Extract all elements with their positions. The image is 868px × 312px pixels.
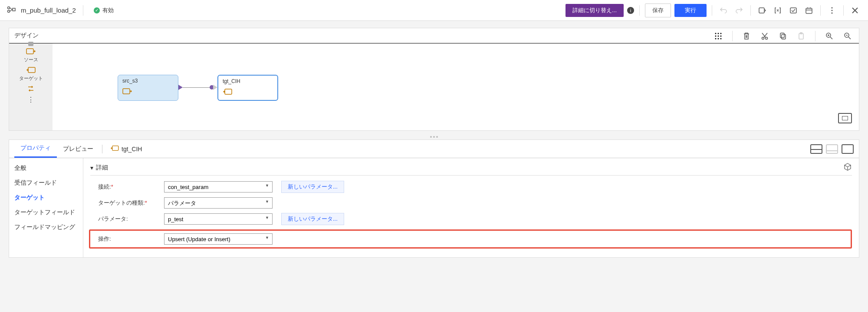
cut-icon[interactable] <box>759 30 771 42</box>
svg-rect-4 <box>790 8 796 13</box>
status-text: 有効 <box>102 7 114 14</box>
svg-rect-29 <box>225 89 232 94</box>
nav-incoming-field[interactable]: 受信フィールド <box>14 179 78 187</box>
nav-general[interactable]: 全般 <box>14 164 78 172</box>
operation-select[interactable]: Upsert (Update or Insert) <box>164 233 273 245</box>
parameter-label: パラメータ: <box>98 215 159 223</box>
svg-point-18 <box>762 37 764 40</box>
save-button[interactable]: 保存 <box>645 3 671 17</box>
svg-point-8 <box>832 12 833 13</box>
page-title: m_pub_full_load_2 <box>21 7 76 14</box>
palette-label: ソース <box>24 56 38 63</box>
svg-point-14 <box>720 36 722 37</box>
schedule-icon[interactable] <box>803 4 815 17</box>
svg-point-9 <box>715 33 717 34</box>
palette-more-icon[interactable]: ⋮ <box>27 96 34 104</box>
zoom-out-icon[interactable] <box>842 30 854 42</box>
design-toolbar <box>712 30 854 42</box>
more-icon[interactable] <box>826 4 838 17</box>
properties-panel: プロパティ プレビュー tgt_CIH 全般 受信フィールド ターゲット ターゲ… <box>9 139 859 258</box>
design-title: デザイン <box>14 32 39 39</box>
svg-rect-28 <box>123 89 130 94</box>
palette-transform[interactable] <box>26 84 36 93</box>
detail-title: 詳細 <box>96 164 108 172</box>
svg-point-7 <box>832 10 833 11</box>
status-badge: ✓ 有効 <box>94 7 114 14</box>
layout-split-icon[interactable] <box>810 144 822 154</box>
canvas[interactable]: src_s3 tgt_CIH <box>53 43 859 130</box>
bracket-x-icon[interactable] <box>772 4 784 17</box>
divider <box>843 5 844 16</box>
connection-label: 接続:* <box>98 183 159 191</box>
properties-nav: 全般 受信フィールド ターゲット ターゲットフィールド フィールドマッピング <box>9 158 83 257</box>
svg-point-1 <box>8 10 10 13</box>
switch-detail-button[interactable]: 詳細に切り替え... <box>566 4 624 17</box>
svg-point-17 <box>720 38 722 40</box>
info-icon[interactable]: i <box>627 7 634 14</box>
validate-icon[interactable] <box>787 4 799 17</box>
palette-label: ターゲット <box>19 75 43 82</box>
chevron-down-icon: ▾ <box>90 164 93 171</box>
run-button[interactable]: 実行 <box>674 4 707 17</box>
source-icon <box>122 87 131 94</box>
svg-rect-20 <box>780 33 784 38</box>
nav-field-mapping[interactable]: フィールドマッピング <box>14 223 78 231</box>
copy-icon[interactable] <box>777 30 789 42</box>
grid-icon[interactable] <box>712 30 724 42</box>
tab-property[interactable]: プロパティ <box>14 140 57 158</box>
node-label: src_s3 <box>122 78 174 84</box>
source-icon <box>26 47 36 56</box>
new-parameter-link[interactable]: 新しいパラメータ... <box>281 181 344 193</box>
parameter-select[interactable]: p_test <box>164 213 273 225</box>
svg-point-13 <box>718 36 719 37</box>
panel-resize-handle[interactable] <box>0 134 868 139</box>
palette: ソース ターゲット ⋮ <box>9 43 53 130</box>
connector-end-icon <box>213 85 217 90</box>
palette-target[interactable]: ターゲット <box>19 66 43 82</box>
connector-start-icon <box>178 85 183 90</box>
layout-min-icon[interactable] <box>826 144 838 154</box>
row-operation: 操作: Upsert (Update or Insert) <box>89 229 852 249</box>
canvas-connector[interactable] <box>178 87 217 88</box>
header-left: m_pub_full_load_2 ✓ 有効 <box>7 5 566 16</box>
cube-icon[interactable] <box>843 163 852 173</box>
detail-header[interactable]: ▾ 詳細 <box>90 163 852 176</box>
tab-preview[interactable]: プレビュー <box>57 141 99 157</box>
new-parameter-link[interactable]: 新しいパラメータ... <box>281 213 344 225</box>
export-icon[interactable] <box>756 4 768 17</box>
svg-rect-3 <box>759 8 764 13</box>
zoom-in-icon[interactable] <box>823 30 835 42</box>
svg-point-15 <box>715 38 717 40</box>
nav-target-field[interactable]: ターゲットフィールド <box>14 209 78 216</box>
status-valid-icon: ✓ <box>94 7 100 13</box>
target-icon <box>223 88 231 95</box>
svg-point-6 <box>832 7 833 8</box>
svg-point-19 <box>766 37 768 40</box>
divider <box>83 5 83 16</box>
properties-body: 全般 受信フィールド ターゲット ターゲットフィールド フィールドマッピング ▾… <box>9 158 859 257</box>
header-bar: m_pub_full_load_2 ✓ 有効 詳細に切り替え... i 保存 実… <box>0 0 868 21</box>
canvas-node-target[interactable]: tgt_CIH <box>217 75 278 101</box>
divider <box>732 31 733 41</box>
transform-icon <box>26 84 36 93</box>
target-type-select[interactable]: パラメータ <box>164 197 273 209</box>
design-panel: デザイン ソース ターゲット ⋮ <box>9 28 859 131</box>
layout-full-icon[interactable] <box>842 144 854 154</box>
svg-rect-27 <box>28 67 35 73</box>
nav-target[interactable]: ターゲット <box>14 194 78 202</box>
connection-select[interactable]: con_test_param <box>164 181 273 193</box>
delete-icon[interactable] <box>740 30 753 42</box>
svg-rect-5 <box>806 8 812 13</box>
svg-point-10 <box>718 33 719 34</box>
svg-rect-22 <box>799 33 803 39</box>
row-parameter: パラメータ: p_test 新しいパラメータ... <box>90 213 852 225</box>
close-icon[interactable] <box>849 4 861 17</box>
canvas-node-source[interactable]: src_s3 <box>118 75 178 101</box>
palette-source[interactable]: ソース <box>24 47 38 63</box>
undo-icon <box>717 4 730 17</box>
divider <box>639 5 640 16</box>
svg-point-12 <box>715 36 717 37</box>
minimap-icon[interactable] <box>838 113 852 123</box>
divider <box>712 5 712 16</box>
svg-rect-30 <box>112 146 118 151</box>
